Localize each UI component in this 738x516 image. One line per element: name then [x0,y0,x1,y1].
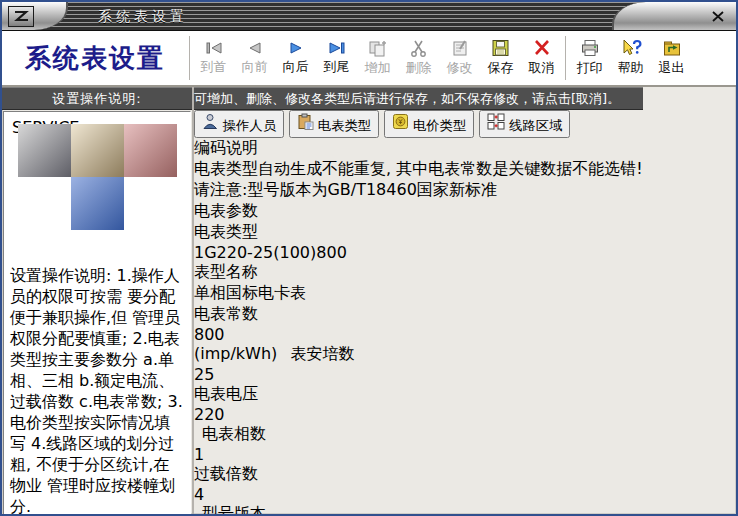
delete-icon [409,39,429,57]
encoding-note-line2: 请注意:型号版本为GB/T18460国家新标准 [194,180,643,201]
encoding-note-line1: 电表类型自动生成不能重复, 其中电表常数是关键数据不能选错! [194,159,643,180]
last-record-icon [327,40,347,56]
tab-operators[interactable]: 操作人员 [194,110,284,138]
main-panel: 可增加、删除、修改各类型后请进行保存，如不保存修改，请点击[取消]。 操作人员 … [194,87,643,516]
page-title: 系统表设置 [4,41,186,76]
save-icon [491,39,511,57]
price-type-coin-icon [392,118,409,133]
service-collage-image: SERVICE [12,118,182,266]
exit-button[interactable]: 退出 [651,34,692,82]
line-region-icon [487,118,505,133]
meter-params-groupbox-title: 电表参数 [194,201,258,220]
cancel-button[interactable]: 取消 [521,34,562,82]
sidebar: 设置操作说明: SERVICE 设置操作说明: 1.操作人员的权限可按需 要分配… [2,87,194,516]
next-record-icon [286,40,306,56]
first-record-button[interactable]: 到首 [193,34,234,82]
first-record-icon [204,40,224,56]
constant-unit-text: (imp/kWh) [194,344,277,363]
title-bar: 系统表设置 [2,2,736,31]
phases-label: 电表相数 [202,424,266,443]
ampere-label: 表安培数 [290,344,354,363]
voltage-label: 电表电压 [194,384,258,403]
overload-label: 过载倍数 [194,464,258,483]
window-title: 系统表设置 [98,8,188,26]
last-record-button[interactable]: 到尾 [316,34,357,82]
ampere-combobox[interactable]: 25 [194,365,643,384]
collage-hand-photo [124,177,177,230]
toolbar: 系统表设置 到首 向前 向后 到尾 增加 删除 修改 [2,31,736,87]
sidebar-header: 设置操作说明: [2,87,192,110]
collage-keyboard-photo [71,177,124,230]
meter-type-input[interactable]: 1G220-25(100)800 [194,243,643,262]
meter-params-groupbox: 电表参数 电表类型 1G220-25(100)800 表型名称 单相国标电卡表 … [194,201,643,516]
phases-combobox[interactable]: 1 [194,445,643,464]
notice-bar: 可增加、删除、修改各类型后请进行保存，如不保存修改，请点击[取消]。 [194,87,643,110]
meter-constant-combobox[interactable]: 800 [194,325,643,344]
encoding-groupbox-title: 编码说明 [194,138,258,157]
exit-icon [662,39,682,57]
prev-record-button[interactable]: 向前 [234,34,275,82]
meter-constant-label: 电表常数 [194,304,258,323]
delete-button[interactable]: 删除 [398,34,439,82]
add-icon [368,39,388,57]
next-record-button[interactable]: 向后 [275,34,316,82]
overload-combobox[interactable]: 4 [194,485,643,504]
collage-pens-photo [124,124,177,177]
model-version-label: 型号版本 [202,504,266,516]
app-window: 系统表设置 系统表设置 到首 向前 向后 到尾 增加 删除 [0,0,738,516]
toolbar-separator [565,36,566,80]
modify-button[interactable]: 修改 [439,34,480,82]
operator-person-icon [202,118,219,133]
meter-type-clipboard-icon [297,118,314,133]
content-area: 设置操作说明: SERVICE 设置操作说明: 1.操作人员的权限可按需 要分配… [2,87,736,516]
print-button[interactable]: 打印 [569,34,610,82]
collage-watch-photo [12,118,65,171]
voltage-combobox[interactable]: 220 [194,405,643,424]
tab-bar: 操作人员 电表类型 电价类型 线路区域 [194,110,643,138]
tab-line-region[interactable]: 线路区域 [479,110,570,138]
model-name-label: 表型名称 [194,262,258,281]
add-button[interactable]: 增加 [357,34,398,82]
close-button[interactable] [710,9,726,23]
toolbar-separator [189,36,190,80]
meter-type-label: 电表类型 [194,222,258,241]
instructions-text: 设置操作说明: 1.操作人员的权限可按需 要分配便于兼职操作,但 管理员权限分配… [10,266,184,515]
cancel-icon [532,39,552,57]
help-button[interactable]: 帮助 [610,34,651,82]
tab-price-type[interactable]: 电价类型 [384,110,474,138]
model-name-input[interactable]: 单相国标电卡表 [194,283,643,304]
save-button[interactable]: 保存 [480,34,521,82]
sidebar-body: SERVICE 设置操作说明: 1.操作人员的权限可按需 要分配便于兼职操作,但… [3,111,191,515]
encoding-groupbox: 编码说明 电表类型自动生成不能重复, 其中电表常数是关键数据不能选错! 请注意:… [194,138,643,201]
modify-icon [450,39,470,57]
collage-pen-photo [71,124,124,177]
tab-meter-type[interactable]: 电表类型 [289,110,379,138]
app-icon [8,6,34,27]
prev-record-icon [245,40,265,56]
print-icon [580,39,600,57]
help-icon [620,39,642,57]
